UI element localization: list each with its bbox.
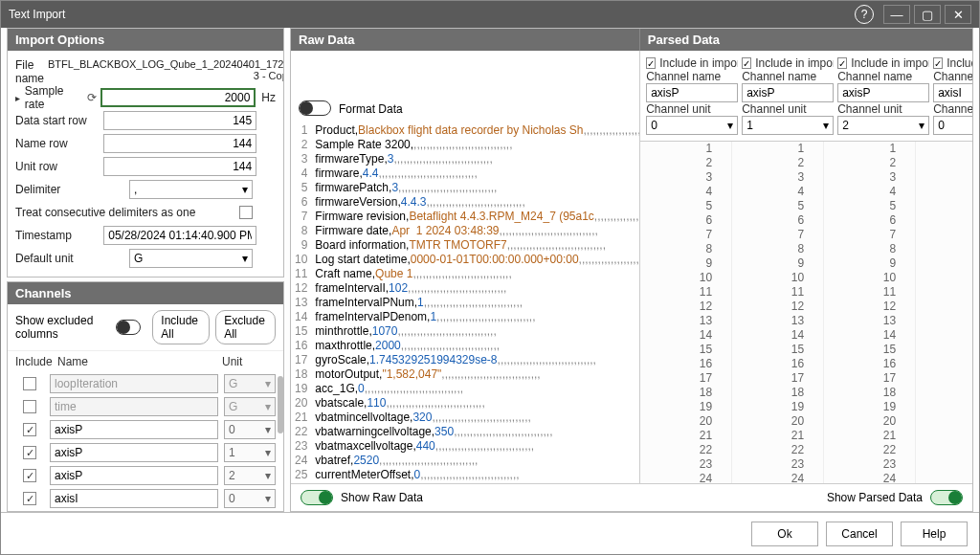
channels-header: Channels <box>8 282 283 304</box>
channel-unit-select[interactable]: 0▾ <box>224 420 276 439</box>
chevron-down-icon: ▾ <box>242 183 248 196</box>
raw-line: Firmware date,Apr 1 2024 03:48:39,,,,,,,… <box>315 224 639 238</box>
cancel-button[interactable]: Cancel <box>826 522 893 546</box>
channel-unit-select[interactable]: 0▾ <box>224 489 276 508</box>
parsed-number-column: 1234567891011121314151617181920212223242… <box>732 142 824 483</box>
parsed-data-header: Parsed Data <box>640 29 972 51</box>
show-parsed-data-label: Show Parsed Data <box>827 491 923 504</box>
parsed-channel-unit-select[interactable]: 1▾ <box>742 116 834 135</box>
parsed-channel-name-input[interactable] <box>646 83 738 102</box>
file-name-value: BTFL_BLACKBOX_LOG_Qube_1_20240401_172918… <box>48 58 284 81</box>
chevron-down-icon: ▾ <box>823 119 829 132</box>
name-row-input[interactable] <box>103 134 256 153</box>
parsed-channel-name-input[interactable] <box>837 83 929 102</box>
include-checkbox[interactable] <box>23 400 36 413</box>
parsed-channel-unit-select[interactable]: 0▾ <box>933 116 972 135</box>
channel-unit-label: Channel unit <box>933 102 972 116</box>
raw-line: vbatwarningcellvoltage,350,,,,,,,,,,,,,,… <box>315 425 639 439</box>
raw-code-area[interactable]: 1234567891011121314151617181920212223242… <box>291 123 639 483</box>
channel-name-input[interactable] <box>50 420 218 439</box>
name-row-label: Name row <box>15 137 100 150</box>
exclude-all-button[interactable]: Exclude All <box>215 310 276 344</box>
channel-unit-select[interactable]: 1▾ <box>224 443 276 462</box>
include-in-import-checkbox[interactable] <box>933 57 943 69</box>
scrollbar-handle[interactable] <box>278 376 283 433</box>
treat-consecutive-checkbox[interactable] <box>239 206 253 219</box>
import-options-header: Import Options <box>8 29 283 51</box>
channel-name-input[interactable] <box>50 466 218 485</box>
sample-rate-unit: Hz <box>261 91 276 104</box>
channels-list: G▾G▾0▾1▾2▾0▾1▾2▾0▾ <box>8 372 283 511</box>
include-in-import-label: Include in import <box>755 56 834 70</box>
unit-row-input[interactable] <box>103 157 256 176</box>
raw-line: vbatmincellvoltage,320,,,,,,,,,,,,,,,,,,… <box>315 411 639 425</box>
ok-button[interactable]: Ok <box>751 522 818 546</box>
show-excluded-toggle[interactable] <box>116 320 141 335</box>
raw-line: minthrottle,1070,,,,,,,,,,,,,,,,,,,,,,,,… <box>315 324 639 339</box>
close-button[interactable]: ✕ <box>945 5 971 24</box>
include-checkbox[interactable] <box>23 423 36 436</box>
channel-name-input[interactable] <box>50 489 218 508</box>
col-include: Include <box>15 355 57 368</box>
channel-unit-select[interactable]: G▾ <box>224 374 276 393</box>
timestamp-label: Timestamp <box>15 229 100 242</box>
channel-name-input[interactable] <box>50 443 218 462</box>
channel-unit-select[interactable]: 2▾ <box>224 466 276 485</box>
include-checkbox[interactable] <box>23 469 36 482</box>
data-start-row-input[interactable] <box>103 111 256 130</box>
sample-rate-input[interactable] <box>100 88 256 107</box>
format-data-toggle[interactable] <box>299 100 331 116</box>
parsed-number-column: 1234567891011121314151617181920212223242… <box>916 142 972 483</box>
format-data-label: Format Data <box>339 102 403 116</box>
show-parsed-data-toggle[interactable] <box>930 490 963 505</box>
maximize-button[interactable]: ▢ <box>914 5 941 24</box>
channel-row: 1▾ <box>15 441 276 464</box>
text-import-window: Text Import ? — ▢ ✕ Import Options File … <box>0 0 980 555</box>
include-in-import-checkbox[interactable] <box>837 57 847 69</box>
raw-line: firmwareVersion,4.4.3,,,,,,,,,,,,,,,,,,,… <box>315 195 639 210</box>
delimiter-label: Delimiter <box>15 183 125 196</box>
window-title: Text Import <box>9 8 855 21</box>
channel-name-input[interactable] <box>50 397 218 416</box>
chevron-down-icon: ▾ <box>265 469 271 482</box>
include-in-import-checkbox[interactable] <box>646 57 656 69</box>
minimize-button[interactable]: — <box>883 5 910 24</box>
channel-name-label: Channel name <box>646 70 738 83</box>
channel-unit-label: Channel unit <box>646 102 738 116</box>
parsed-grid[interactable]: 1234567891011121314151617181920212223242… <box>640 142 972 483</box>
include-checkbox[interactable] <box>23 446 36 459</box>
raw-line: Log start datetime,0000-01-01T00:00:00.0… <box>315 253 639 267</box>
chevron-down-icon: ▾ <box>265 492 271 505</box>
channel-row: G▾ <box>15 395 276 418</box>
channel-name-label: Channel name <box>837 70 929 83</box>
channel-name-input[interactable] <box>50 374 218 393</box>
chevron-down-icon: ▾ <box>265 423 271 436</box>
raw-line: gyroScale,1.745329251994329se-8,,,,,,,,,… <box>315 353 639 367</box>
refresh-icon[interactable]: ⟳ <box>87 91 97 104</box>
delimiter-select[interactable]: ,▾ <box>129 180 253 199</box>
timestamp-input[interactable] <box>103 226 256 245</box>
include-in-import-checkbox[interactable] <box>742 57 751 69</box>
parsed-channel-unit-select[interactable]: 2▾ <box>837 116 929 135</box>
col-name: Name <box>57 355 222 368</box>
parsed-channel-unit-select[interactable]: 0▾ <box>646 116 738 135</box>
parsed-channel-name-input[interactable] <box>742 83 834 102</box>
raw-line: motorOutput,"1,582,047",,,,,,,,,,,,,,,,,… <box>315 367 639 382</box>
raw-line: vbatscale,110,,,,,,,,,,,,,,,,,,,,,,,,,,,… <box>315 396 639 411</box>
raw-line: firmware,4.4,,,,,,,,,,,,,,,,,,,,,,,,,,,,… <box>315 166 639 181</box>
include-checkbox[interactable] <box>23 377 36 390</box>
show-raw-data-toggle[interactable] <box>301 490 333 505</box>
include-all-button[interactable]: Include All <box>152 310 210 344</box>
chevron-right-icon[interactable]: ▸ <box>15 93 21 103</box>
parsed-number-column: 1234567891011121314151617181920212223242… <box>640 142 732 483</box>
chevron-down-icon: ▾ <box>265 400 271 413</box>
parsed-channel-name-input[interactable] <box>933 83 972 102</box>
help-icon[interactable]: ? <box>855 5 874 24</box>
raw-line: acc_1G,0,,,,,,,,,,,,,,,,,,,,,,,,,,,,,,, <box>315 382 639 396</box>
default-unit-select[interactable]: G▾ <box>129 249 253 268</box>
channel-row: 0▾ <box>15 418 276 441</box>
help-button[interactable]: Help <box>901 522 968 546</box>
raw-line: Sample Rate 3200,,,,,,,,,,,,,,,,,,,,,,,,… <box>315 138 639 152</box>
include-checkbox[interactable] <box>23 492 36 505</box>
channel-unit-select[interactable]: G▾ <box>224 397 276 416</box>
